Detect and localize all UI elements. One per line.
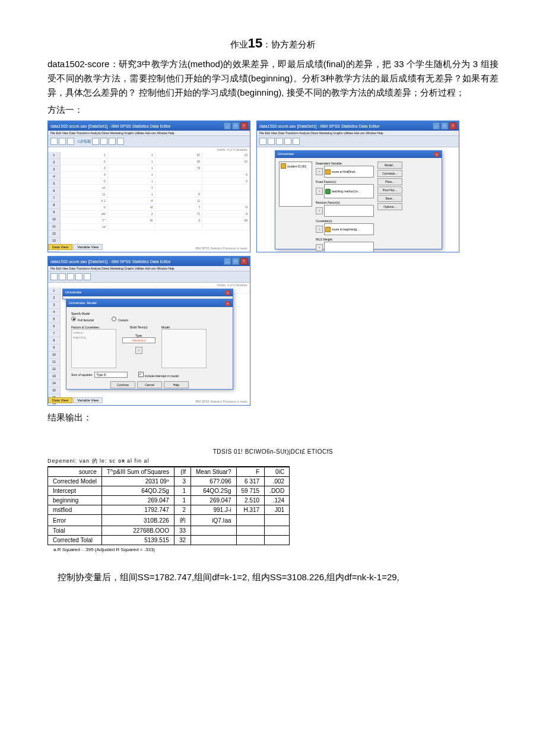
chart-icon[interactable] <box>117 138 124 145</box>
chart-icon[interactable] <box>293 138 300 145</box>
close-icon[interactable]: × <box>226 290 230 295</box>
custom-radio[interactable]: Custom <box>112 317 128 322</box>
ss-label: Sum of squares: <box>71 373 93 377</box>
dialog-title-text: Univariate: Model <box>69 301 97 306</box>
maximize-icon[interactable]: □ <box>232 122 239 129</box>
rf-field[interactable] <box>324 205 374 217</box>
wls-field[interactable] <box>324 242 374 252</box>
save-button[interactable]: Save... <box>377 195 402 202</box>
minimize-icon[interactable]: _ <box>433 122 440 129</box>
cancel-button[interactable]: Cancel <box>137 381 162 388</box>
intercept-check[interactable]: Include intercept in model <box>138 372 178 378</box>
save-icon[interactable] <box>268 138 275 145</box>
minimize-icon[interactable]: _ <box>224 258 231 265</box>
ff-field[interactable]: teaching method [m... <box>324 184 374 198</box>
plots-button[interactable]: Plots... <box>377 178 402 185</box>
col-ms: Mean Stiuar? <box>191 467 236 477</box>
univariate-dialog: Univariate × student ID [ID] Dependent V… <box>275 150 442 249</box>
type-select[interactable]: Interaction <box>122 337 155 343</box>
method-label: 方法一： <box>47 103 499 117</box>
open-icon[interactable] <box>50 138 58 145</box>
variable-view-tab[interactable]: Variable View <box>73 244 103 250</box>
dialog-buttons: Continue Cancel Help <box>71 381 228 388</box>
undo-icon[interactable] <box>284 138 291 145</box>
menu-bar[interactable]: File Edit View Data Transform Analyze Di… <box>257 131 459 136</box>
dv-field[interactable]: score at final[final... <box>324 166 374 178</box>
model-list[interactable] <box>161 329 207 368</box>
cov-field[interactable]: score at beginning[... <box>324 223 374 235</box>
print-icon[interactable] <box>276 138 283 145</box>
contrasts-button[interactable]: Contrasts... <box>377 170 402 177</box>
posthoc-button[interactable]: Post Hoc... <box>377 186 402 194</box>
anova-footnote: a.R Squared - .395 (Adjusled R Squared =… <box>47 547 499 552</box>
window-titlebar: data1502-score.sav [DataSet1] - IBM SPSS… <box>48 257 250 266</box>
arrow-right-icon[interactable]: › <box>316 188 323 195</box>
data-grid[interactable]: 116713 219510 3179 410 510 e11 111H V 2H… <box>61 152 250 230</box>
window-controls: _ □ × <box>224 122 247 129</box>
page-title: 作业15：协方差分析 <box>47 36 499 51</box>
variable-icon <box>281 163 286 169</box>
arrow-right-icon[interactable]: › <box>135 347 142 354</box>
window-title: data1502-score.sav [DataSet1] - IBM SPSS… <box>259 124 380 128</box>
arrow-right-icon[interactable]: › <box>316 207 323 214</box>
dialog-titlebar: Univariate: Model × <box>66 300 233 307</box>
close-icon[interactable]: × <box>434 152 439 157</box>
maximize-icon[interactable]: □ <box>232 258 239 265</box>
data-view-tab[interactable]: Data View <box>48 397 72 403</box>
save-icon[interactable] <box>59 138 66 145</box>
print-icon[interactable] <box>67 273 74 280</box>
factor-item: beginning <box>73 336 86 339</box>
minimize-icon[interactable]: _ <box>224 122 231 129</box>
close-icon[interactable]: × <box>449 122 456 129</box>
conclusion-text: 控制协变量后，组间SS=1782.747,组间df=k-1=2, 组内SS=31… <box>47 570 499 584</box>
spss-model-window: data1502-score.sav [DataSet1] - IBM SPSS… <box>47 256 250 406</box>
table-row: Corrected Tolal5139.51532 <box>48 536 290 545</box>
find-icon[interactable] <box>109 138 116 145</box>
menu-bar[interactable]: File Edit View Data Transform Analyze Di… <box>48 131 250 136</box>
window-titlebar: data1502-score.sav [DataSet1] - IBM SPSS… <box>48 121 250 131</box>
col-f: F <box>236 467 265 477</box>
chart-icon[interactable] <box>84 273 91 280</box>
arrow-right-icon[interactable]: › <box>316 168 323 175</box>
maximize-icon[interactable]: □ <box>441 122 448 129</box>
continue-button[interactable]: Continue <box>110 381 135 388</box>
full-factorial-radio[interactable]: Full factorial <box>71 317 94 322</box>
options-button[interactable]: Options... <box>377 203 402 210</box>
source-list[interactable]: student ID [ID] <box>279 162 312 207</box>
anova-table: source T^p&III Sum of'Squares (If Mean S… <box>47 466 290 545</box>
toolbar: C岁拓观 <box>48 136 250 147</box>
col-df: (If <box>174 467 191 477</box>
menu-bar[interactable]: File Edit View Data Transform Analyze Di… <box>48 266 250 271</box>
dv-item: score at final[final... <box>332 170 357 173</box>
save-icon[interactable] <box>59 273 66 280</box>
factors-list[interactable]: method beginning <box>71 329 116 368</box>
title-hw: 作业 <box>230 39 248 49</box>
model-button[interactable]: Model... <box>377 162 402 169</box>
status-bar: IBM SPSS Statistics Processor is ready <box>195 246 247 250</box>
variable-icon <box>325 169 331 175</box>
undo-icon[interactable] <box>92 138 99 145</box>
variable-view-tab[interactable]: Variable View <box>73 397 103 403</box>
ss-select[interactable]: Type III <box>94 372 128 378</box>
anova-dep-label: Depeneni: van 的 le: sc ᴅʀ al fin al <box>47 457 499 465</box>
spss-univariate-window: data1502-score.sav [DataSet1] - IBM SPSS… <box>256 121 459 252</box>
close-icon[interactable]: × <box>226 301 230 306</box>
print-icon[interactable] <box>67 138 74 145</box>
close-icon[interactable]: × <box>240 258 247 265</box>
arrow-right-icon[interactable]: › <box>316 244 323 251</box>
source-item[interactable]: student ID [ID] <box>287 165 306 168</box>
col-ss: T^p&III Sum of'Squares <box>101 467 174 477</box>
full-label: Full factorial <box>78 318 94 322</box>
data-view-tab[interactable]: Data View <box>48 244 72 250</box>
open-icon[interactable] <box>259 138 266 145</box>
arrow-right-icon[interactable]: › <box>316 226 323 233</box>
grid-body: 1234567891011121314 116713 219510 3179 4… <box>48 152 250 250</box>
redo-icon[interactable] <box>100 138 107 145</box>
close-icon[interactable]: × <box>240 122 247 129</box>
undo-icon[interactable] <box>75 273 82 280</box>
cov-label: Covariate(s): <box>316 219 374 223</box>
row-headers: 1234567891011121314 <box>48 152 61 250</box>
open-icon[interactable] <box>50 273 58 280</box>
col-sig: 0iC <box>265 467 290 477</box>
help-button[interactable]: Help <box>164 381 189 388</box>
